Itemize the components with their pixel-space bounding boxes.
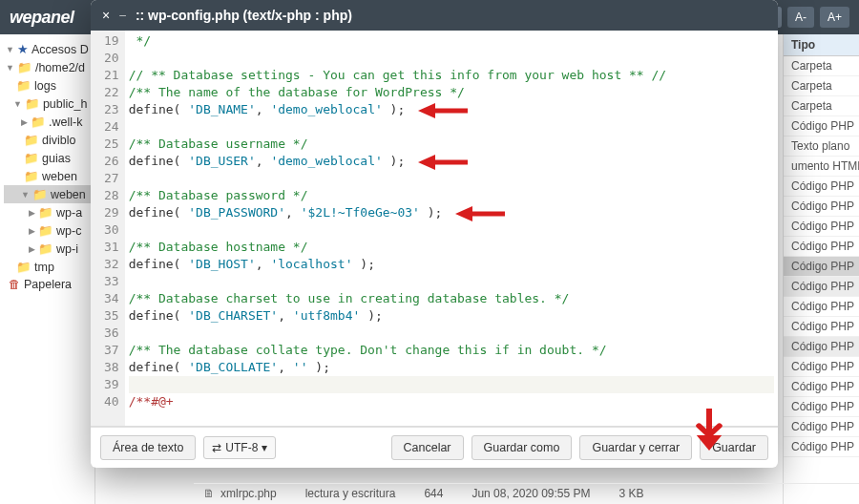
sidebar-item-papelera[interactable]: 🗑Papelera	[4, 276, 91, 293]
sidebar-item-weben[interactable]: 📁weben	[4, 167, 91, 185]
sidebar-item-home2d[interactable]: ▼📁/home2/d	[4, 58, 91, 76]
save-as-button[interactable]: Guardar como	[471, 435, 573, 460]
type-row[interactable]: Código PHP	[784, 337, 859, 357]
type-row[interactable]: Código PHP	[784, 257, 859, 277]
sidebar-item-wpi[interactable]: ▶📁wp-i	[4, 240, 91, 258]
file-permissions-text: lectura y escritura	[305, 487, 396, 500]
textarea-mode-button[interactable]: Área de texto	[100, 435, 196, 460]
close-icon[interactable]: ×	[102, 8, 110, 23]
save-button[interactable]: Guardar	[700, 435, 768, 460]
cancel-button[interactable]: Cancelar	[391, 435, 464, 460]
type-row[interactable]: Código PHP	[784, 237, 859, 257]
editor-modal: × – :: wp-config.php (text/x-php : php) …	[91, 0, 778, 468]
type-row[interactable]: Texto plano	[784, 136, 859, 157]
line-gutter: 1920212223242526272829303132333435363738…	[91, 31, 125, 426]
modal-filename: :: wp-config.php (text/x-php : php)	[136, 8, 352, 23]
chevron-down-icon: ▾	[262, 441, 267, 454]
type-row[interactable]: Código PHP	[784, 417, 859, 437]
file-detail-row[interactable]: 🗎xmlrpc.php lectura y escritura 644 Jun …	[194, 483, 859, 503]
sidebar-item-guias[interactable]: 📁guias	[4, 149, 91, 167]
type-row[interactable]: umento HTML	[784, 157, 859, 177]
sidebar-item-weben[interactable]: ▼📁weben	[4, 185, 91, 203]
font-decrease[interactable]: A-	[787, 7, 814, 28]
sidebar-item-wpa[interactable]: ▶📁wp-a	[4, 203, 91, 221]
type-column: Tipo CarpetaCarpetaCarpetaCódigo PHPText…	[783, 34, 859, 504]
type-row[interactable]: Código PHP	[784, 197, 859, 217]
code-area[interactable]: */// ** Database settings - You can get …	[125, 31, 778, 426]
type-row[interactable]: Código PHP	[784, 277, 859, 297]
file-permissions-num: 644	[424, 487, 443, 500]
type-row[interactable]: Código PHP	[784, 397, 859, 417]
modal-footer: Área de texto ⇄ UTF-8 ▾ Cancelar Guardar…	[91, 427, 778, 468]
sidebar-item-tmp[interactable]: 📁tmp	[4, 258, 91, 276]
annotation-arrow	[405, 102, 468, 116]
sidebar-item-wellk[interactable]: ▶📁.well-k	[4, 113, 91, 131]
sidebar-item-wpc[interactable]: ▶📁wp-c	[4, 221, 91, 240]
sidebar-item-diviblo[interactable]: 📁diviblo	[4, 131, 91, 149]
file-icon: 🗎	[203, 487, 215, 500]
file-name: xmlrpc.php	[220, 487, 277, 500]
sidebar-item-logs[interactable]: 📁logs	[4, 76, 91, 94]
sidebar-item-publich[interactable]: ▼📁public_h	[4, 94, 91, 113]
file-size: 3 KB	[619, 487, 644, 500]
sidebar-item-accesosd[interactable]: ▼★Accesos D	[4, 40, 91, 58]
type-row[interactable]: Código PHP	[784, 297, 859, 317]
annotation-arrow	[405, 154, 468, 168]
font-increase[interactable]: A+	[820, 7, 849, 28]
type-row[interactable]: Código PHP	[784, 377, 859, 397]
type-row[interactable]: Código PHP	[784, 317, 859, 337]
save-close-button[interactable]: Guardar y cerrar	[579, 435, 692, 460]
type-row[interactable]: Código PHP	[784, 357, 859, 377]
type-row[interactable]: Carpeta	[784, 56, 859, 76]
type-row[interactable]: Carpeta	[784, 76, 859, 96]
minimize-icon[interactable]: –	[119, 9, 126, 22]
type-row[interactable]: Código PHP	[784, 177, 859, 197]
type-row[interactable]: Código PHP	[784, 437, 859, 457]
type-row[interactable]: Carpeta	[784, 96, 859, 116]
encoding-select[interactable]: ⇄ UTF-8 ▾	[203, 436, 276, 459]
file-date: Jun 08, 2020 09:55 PM	[471, 487, 590, 500]
sidebar: ▼★Accesos D▼📁/home2/d📁logs▼📁public_h▶📁.w…	[0, 34, 95, 504]
type-row[interactable]: Código PHP	[784, 116, 859, 136]
logo: wepanel	[10, 8, 74, 28]
annotation-arrow	[442, 205, 505, 220]
type-header: Tipo	[784, 34, 859, 56]
type-row[interactable]: Código PHP	[784, 217, 859, 237]
code-editor[interactable]: 1920212223242526272829303132333435363738…	[91, 31, 778, 427]
modal-titlebar[interactable]: × – :: wp-config.php (text/x-php : php)	[91, 0, 778, 31]
encoding-icon: ⇄	[212, 441, 221, 454]
